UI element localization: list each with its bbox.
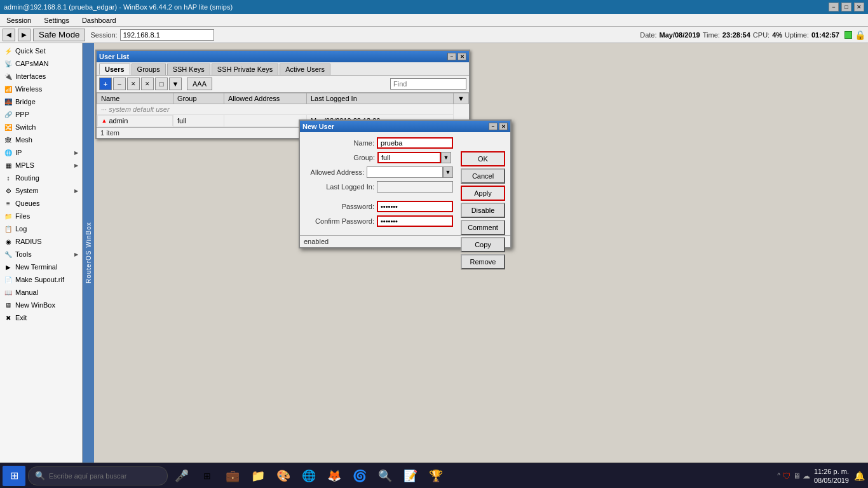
- sidebar-item-log[interactable]: 📋 Log: [0, 222, 82, 235]
- taskbar-store[interactable]: 💼: [221, 466, 244, 486]
- taskbar-paint[interactable]: 🎨: [272, 466, 295, 486]
- tab-users[interactable]: Users: [99, 64, 130, 75]
- taskbar-search-input[interactable]: [49, 472, 151, 480]
- taskbar-app1[interactable]: 🌀: [348, 466, 371, 486]
- col-name[interactable]: Name: [97, 93, 173, 104]
- sidebar-item-switch[interactable]: 🔀 Switch: [0, 121, 82, 133]
- group-dropdown-button[interactable]: ▼: [441, 152, 451, 163]
- close-button[interactable]: ✕: [854, 3, 864, 11]
- last-logged-label: Last Logged In:: [305, 183, 374, 191]
- sidebar-item-quickset[interactable]: ⚡ Quick Set: [0, 44, 82, 57]
- sidebar-label-radius: RADIUS: [15, 238, 42, 245]
- tray-network[interactable]: 🖥: [793, 471, 801, 480]
- tray-chevron[interactable]: ^: [777, 472, 780, 479]
- ip-icon: 🌐: [4, 148, 13, 157]
- tab-ssh-keys[interactable]: SSH Keys: [167, 64, 210, 75]
- safe-mode-button[interactable]: Safe Mode: [33, 29, 85, 41]
- new-user-title-bar[interactable]: New User − ✕: [300, 121, 510, 132]
- sidebar-item-system[interactable]: ⚙ System: [0, 184, 82, 197]
- taskbar-search-app[interactable]: 🔍: [374, 466, 397, 486]
- copy-user-button[interactable]: ✕: [127, 78, 140, 90]
- password-input[interactable]: [377, 201, 453, 212]
- tab-active-users[interactable]: Active Users: [280, 64, 330, 75]
- notification-button[interactable]: 🔔: [853, 470, 865, 482]
- sidebar-item-bridge[interactable]: 🌉 Bridge: [0, 95, 82, 108]
- sidebar-item-mpls[interactable]: ▦ MPLS: [0, 159, 82, 172]
- add-user-button[interactable]: +: [99, 78, 112, 90]
- sidebar-item-radius[interactable]: ◉ RADIUS: [0, 235, 82, 248]
- sidebar-item-ppp[interactable]: 🔗 PPP: [0, 108, 82, 121]
- user-list-close[interactable]: ✕: [458, 53, 466, 60]
- sidebar-item-newwinbox[interactable]: 🖥 New WinBox: [0, 299, 82, 311]
- ok-button[interactable]: OK: [461, 151, 505, 166]
- filter-button[interactable]: ▼: [169, 78, 182, 90]
- lock-icon[interactable]: 🔒: [855, 30, 865, 40]
- cancel-button[interactable]: Cancel: [461, 168, 505, 184]
- find-input[interactable]: [390, 78, 466, 90]
- tray-antivirus[interactable]: 🛡: [782, 471, 791, 481]
- uptime-value: 01:42:57: [811, 31, 839, 39]
- group-input[interactable]: [377, 152, 441, 163]
- tab-groups[interactable]: Groups: [132, 64, 166, 75]
- back-button[interactable]: ◀: [3, 29, 15, 41]
- col-group[interactable]: Group: [173, 93, 224, 104]
- sidebar-item-wireless[interactable]: 📶 Wireless: [0, 83, 82, 95]
- taskbar-firefox[interactable]: 🦊: [323, 466, 346, 486]
- name-input[interactable]: [377, 137, 453, 149]
- last-logged-row: Last Logged In:: [305, 181, 453, 193]
- allowed-dropdown-button[interactable]: ▼: [443, 166, 453, 178]
- taskbar-trophy[interactable]: 🏆: [424, 466, 447, 486]
- new-user-minimize[interactable]: −: [489, 123, 498, 130]
- allowed-input[interactable]: [367, 166, 443, 178]
- col-expand[interactable]: ▼: [454, 93, 469, 104]
- forward-button[interactable]: ▶: [18, 29, 31, 41]
- sidebar-item-tools[interactable]: 🔧 Tools: [0, 248, 82, 261]
- user-list-title-bar[interactable]: User List − ✕: [97, 51, 469, 62]
- session-ip-input[interactable]: [120, 29, 214, 41]
- delete-user-button[interactable]: ✕: [141, 78, 154, 90]
- tray-cloud[interactable]: ☁: [803, 471, 810, 480]
- sidebar-item-manual[interactable]: 📖 Manual: [0, 286, 82, 299]
- menu-session[interactable]: Session: [3, 15, 35, 25]
- ppp-icon: 🔗: [4, 110, 13, 119]
- sidebar-item-mesh[interactable]: 🕸 Mesh: [0, 133, 82, 146]
- copy-button[interactable]: Copy: [461, 237, 505, 252]
- confirm-password-input[interactable]: [377, 215, 453, 227]
- disable-button[interactable]: Disable: [461, 203, 505, 218]
- remove-button[interactable]: Remove: [461, 254, 505, 269]
- sidebar-item-files[interactable]: 📁 Files: [0, 210, 82, 222]
- tab-ssh-private-keys[interactable]: SSH Private Keys: [212, 64, 278, 75]
- sidebar-item-capsman[interactable]: 📡 CAPsMAN: [0, 57, 82, 70]
- sidebar-item-queues[interactable]: ≡ Queues: [0, 197, 82, 210]
- comment-button[interactable]: Comment: [461, 220, 505, 235]
- sidebar-item-ip[interactable]: 🌐 IP: [0, 146, 82, 159]
- sidebar-item-makesupout[interactable]: 📄 Make Supout.rif: [0, 273, 82, 286]
- remove-user-button[interactable]: −: [113, 78, 126, 90]
- menu-dashboard[interactable]: Dashboard: [78, 15, 120, 25]
- user-list-minimize[interactable]: −: [447, 53, 456, 60]
- minimize-button[interactable]: −: [829, 3, 839, 11]
- sidebar-item-interfaces[interactable]: 🔌 Interfaces: [0, 70, 82, 83]
- col-logged[interactable]: Last Logged In: [307, 93, 454, 104]
- new-user-close[interactable]: ✕: [499, 123, 508, 130]
- col-allowed[interactable]: Allowed Address: [224, 93, 307, 104]
- taskbar-files[interactable]: 📁: [247, 466, 269, 486]
- apply-button[interactable]: Apply: [461, 186, 505, 201]
- taskbar-edge[interactable]: 🌐: [297, 466, 320, 486]
- sidebar-item-newterminal[interactable]: ▶ New Terminal: [0, 261, 82, 273]
- taskbar-mic[interactable]: 🎤: [170, 466, 193, 486]
- clock[interactable]: 11:26 p. m. 08/05/2019: [814, 467, 849, 485]
- taskbar-search-bar[interactable]: 🔍: [28, 466, 168, 485]
- group-field-container: ▼: [377, 152, 451, 163]
- taskbar-word[interactable]: 📝: [399, 466, 422, 486]
- sort-button[interactable]: □: [155, 78, 168, 90]
- sidebar-item-exit[interactable]: ✖ Exit: [0, 311, 82, 324]
- menu-settings[interactable]: Settings: [40, 15, 73, 25]
- time-label: Time:: [703, 31, 720, 39]
- sidebar-item-routing[interactable]: ↕ Routing: [0, 172, 82, 184]
- maximize-button[interactable]: □: [841, 3, 851, 11]
- interfaces-icon: 🔌: [4, 72, 13, 81]
- taskbar-taskview[interactable]: ⊞: [196, 466, 219, 486]
- start-button[interactable]: ⊞: [3, 466, 25, 486]
- aaa-button[interactable]: AAA: [187, 78, 212, 90]
